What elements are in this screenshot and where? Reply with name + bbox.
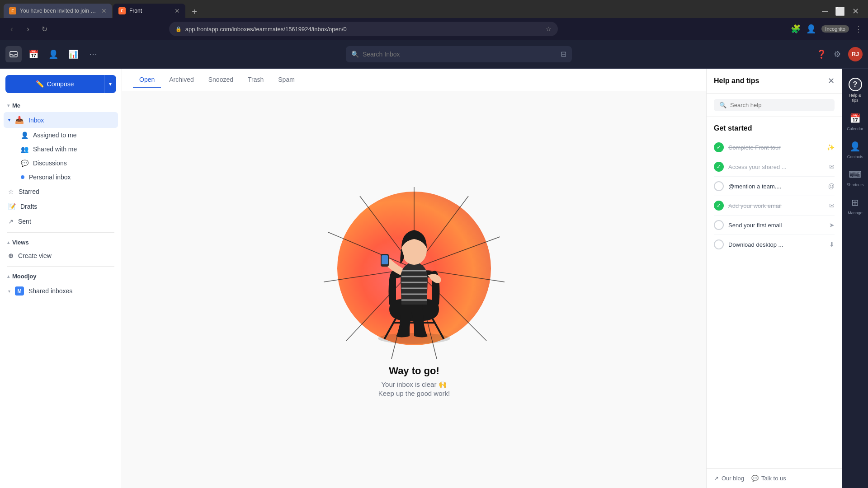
tab-open[interactable]: Open <box>133 72 161 88</box>
close-window-icon[interactable]: ✕ <box>852 6 859 16</box>
sidebar-item-shared-inboxes[interactable]: ▾ M Shared inboxes <box>4 283 118 299</box>
sidebar-item-inbox[interactable]: ▾ 📥 Inbox <box>4 112 118 128</box>
more-nav-icon[interactable]: ⋯ <box>85 46 101 62</box>
help-item-4[interactable]: ✓ Add your work email ✉ <box>714 196 835 216</box>
url-text: app.frontapp.com/inboxes/teammates/15619… <box>185 26 542 33</box>
search-bar[interactable]: 🔍 ⊟ <box>346 46 572 62</box>
browser-tab-2[interactable]: F Front ✕ <box>113 4 185 18</box>
sidebar-item-shared[interactable]: 👥 Shared with me <box>16 142 118 156</box>
help-item-1[interactable]: ✓ Complete Front tour ✨ <box>714 138 835 157</box>
inbox-nav-icon[interactable] <box>5 46 22 62</box>
compose-edit-icon: ✏️ <box>36 80 44 88</box>
forward-button[interactable]: › <box>22 23 34 35</box>
help-check-5 <box>714 220 724 230</box>
help-search-input[interactable] <box>730 102 829 108</box>
help-topbar-icon[interactable]: ❓ <box>816 49 826 59</box>
help-item-2[interactable]: ✓ Access your shared ... ✉ <box>714 157 835 177</box>
menu-icon[interactable]: ⋮ <box>854 24 863 34</box>
compose-button[interactable]: ✏️ Compose ▾ <box>5 75 116 93</box>
sidebar: ✏️ Compose ▾ ▾ Me ▾ 📥 In <box>0 69 122 488</box>
user-avatar[interactable]: RJ <box>848 47 863 61</box>
sidebar-me-section: ▾ Me ▾ 📥 Inbox 👤 Assigned to me � <box>0 99 122 236</box>
moodjoy-chevron-icon: ▴ <box>7 274 9 279</box>
search-filter-icon[interactable]: ⊟ <box>561 50 566 58</box>
browser-toolbar: ‹ › ↻ 🔒 app.frontapp.com/inboxes/teammat… <box>0 18 868 40</box>
reload-button[interactable]: ↻ <box>38 23 51 35</box>
sidebar-item-personal[interactable]: Personal inbox <box>16 170 118 184</box>
help-panel: Help and tips ✕ 🔍 Get started ✓ Complete… <box>706 69 842 488</box>
analytics-nav-icon[interactable]: 📊 <box>65 46 81 62</box>
right-panel-shortcuts[interactable]: ⌨ Shortcuts <box>844 164 867 191</box>
compose-dropdown-arrow[interactable]: ▾ <box>104 75 116 93</box>
help-content: Get started ✓ Complete Front tour ✨ ✓ Ac… <box>707 117 842 468</box>
moodjoy-section-header[interactable]: ▴ Moodjoy <box>4 270 118 282</box>
right-panel-help-label: Help & tips <box>846 93 865 103</box>
svg-rect-18 <box>382 255 388 264</box>
talk-link[interactable]: 💬 Talk to us <box>751 475 786 482</box>
help-close-button[interactable]: ✕ <box>828 76 835 86</box>
help-check-6 <box>714 239 724 249</box>
tab2-favicon: F <box>118 7 126 14</box>
calendar-nav-icon[interactable]: 📅 <box>25 46 42 62</box>
browser-tabs-bar: F You have been invited to join Fro... ✕… <box>0 0 868 18</box>
empty-state: Way to go! Your inbox is clear 🙌 Keep up… <box>122 91 706 488</box>
sidebar-item-assigned[interactable]: 👤 Assigned to me <box>16 128 118 142</box>
help-item-6[interactable]: Download desktop ... ⬇ <box>714 235 835 254</box>
help-item-3[interactable]: @mention a team.... @ <box>714 177 835 196</box>
empty-subtitle-1: Your inbox is clear 🙌 <box>381 380 447 389</box>
help-item-5[interactable]: Send your first email ➤ <box>714 216 835 235</box>
sent-label: Sent <box>18 218 31 225</box>
help-search-box[interactable]: 🔍 <box>714 99 835 111</box>
sidebar-moodjoy-section: ▴ Moodjoy ▾ M Shared inboxes <box>0 270 122 300</box>
me-section-header[interactable]: ▾ Me <box>4 99 118 112</box>
puzzle-icon[interactable]: 🧩 <box>791 24 801 34</box>
new-tab-button[interactable]: + <box>188 5 201 18</box>
inbox-folder-icon: 📥 <box>15 116 24 124</box>
right-panel: ? Help & tips 📅 Calendar 👤 Contacts ⌨ Sh… <box>842 69 868 488</box>
tab-spam[interactable]: Spam <box>272 72 301 88</box>
right-panel-shortcuts-label: Shortcuts <box>846 183 863 187</box>
help-item-text-6: Download desktop ... <box>728 241 825 248</box>
right-panel-manage-label: Manage <box>848 211 863 215</box>
minimize-icon[interactable]: ─ <box>822 7 828 16</box>
sidebar-item-drafts[interactable]: 📝 Drafts <box>4 199 118 214</box>
right-panel-contacts[interactable]: 👤 Contacts <box>844 136 867 163</box>
help-item-text-5: Send your first email <box>728 222 825 229</box>
help-item-icon-3: @ <box>828 183 835 190</box>
blog-external-icon: ↗ <box>714 475 719 482</box>
bookmark-icon[interactable]: ☆ <box>546 25 552 33</box>
tab1-close[interactable]: ✕ <box>101 7 107 14</box>
moodjoy-m-badge: M <box>15 286 24 296</box>
sidebar-item-create-view[interactable]: ⊕ Create view <box>4 249 118 263</box>
right-panel-calendar[interactable]: 📅 Calendar <box>844 108 867 135</box>
compose-label: Compose <box>47 80 74 88</box>
maximize-icon[interactable]: ⬜ <box>835 6 845 16</box>
blog-link[interactable]: ↗ Our blog <box>714 475 744 482</box>
back-button[interactable]: ‹ <box>5 23 18 35</box>
right-panel-manage[interactable]: ⊞ Manage <box>844 192 867 219</box>
profile-extension-icon[interactable]: 👤 <box>806 24 816 34</box>
address-bar[interactable]: 🔒 app.frontapp.com/inboxes/teammates/156… <box>169 22 558 36</box>
right-panel-help[interactable]: ? Help & tips <box>844 74 867 107</box>
help-item-text-2: Access your shared ... <box>728 164 825 170</box>
starred-label: Starred <box>19 188 39 195</box>
contacts-nav-icon[interactable]: 👤 <box>45 46 61 62</box>
browser-chrome: F You have been invited to join Fro... ✕… <box>0 0 868 40</box>
incognito-badge: Incognito <box>821 25 849 33</box>
main-layout: ✏️ Compose ▾ ▾ Me ▾ 📥 In <box>0 69 868 488</box>
tab-snoozed[interactable]: Snoozed <box>202 72 240 88</box>
tab-trash[interactable]: Trash <box>241 72 270 88</box>
browser-tab-1[interactable]: F You have been invited to join Fro... ✕ <box>4 4 112 18</box>
sidebar-item-starred[interactable]: ☆ Starred <box>4 184 118 199</box>
search-input[interactable] <box>363 51 557 58</box>
settings-topbar-icon[interactable]: ⚙ <box>834 49 841 59</box>
shared-icon: 👥 <box>21 145 28 153</box>
tab-archived[interactable]: Archived <box>163 72 200 88</box>
sidebar-item-sent[interactable]: ↗ Sent <box>4 214 118 229</box>
help-panel-title: Help and tips <box>714 77 759 85</box>
views-chevron-icon: ▴ <box>7 240 9 245</box>
views-section-header[interactable]: ▴ Views <box>4 236 118 249</box>
tab2-close[interactable]: ✕ <box>175 7 180 14</box>
topbar-right: ❓ ⚙ RJ <box>816 47 863 61</box>
sidebar-item-discussions[interactable]: 💬 Discussions <box>16 156 118 170</box>
